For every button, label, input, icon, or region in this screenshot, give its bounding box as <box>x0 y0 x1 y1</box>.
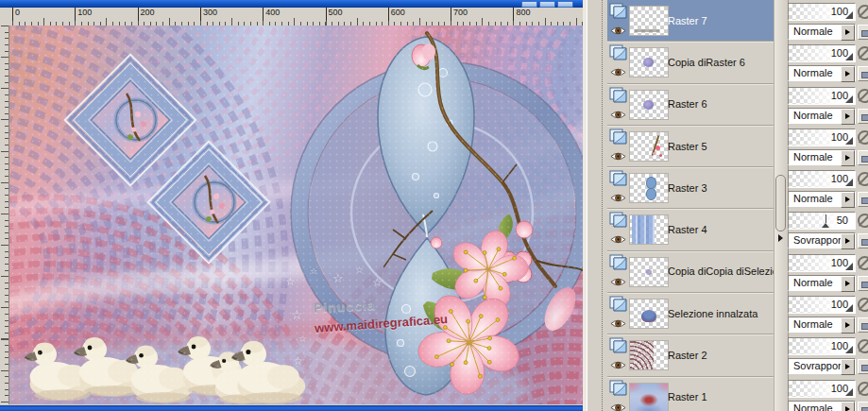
blend-mode-dropdown[interactable]: Normale <box>788 275 856 291</box>
layer-page-icon <box>609 3 627 19</box>
brush-opacity-icon[interactable] <box>858 46 868 60</box>
blend-mode-dropdown[interactable]: Sovrapponi <box>788 232 856 248</box>
blend-mode-value: Normale <box>793 402 833 411</box>
splitter-collapse-arrow-icon[interactable] <box>778 234 783 242</box>
blend-mode-dropdown[interactable]: Normale <box>788 149 856 165</box>
ruler-label: 400 <box>263 8 280 21</box>
opacity-slider-handle[interactable] <box>845 53 853 60</box>
ruler-label: 100 <box>75 8 92 21</box>
visibility-eye-icon[interactable] <box>610 400 626 410</box>
opacity-slider[interactable]: 100 <box>788 44 856 62</box>
layer-row[interactable]: Copia diCopia diSelezione innalzata <box>607 250 774 292</box>
blend-mode-dropdown[interactable]: Normale <box>788 108 856 124</box>
visibility-eye-icon[interactable] <box>610 107 626 117</box>
layer-controls: 100Normale <box>787 125 868 166</box>
layer-row[interactable]: Raster 2 <box>607 334 774 375</box>
window-maximize-button[interactable] <box>539 1 555 8</box>
visibility-eye-icon[interactable] <box>610 64 626 75</box>
opacity-slider[interactable]: 50 <box>788 212 856 230</box>
visibility-eye-icon[interactable] <box>610 148 626 159</box>
layer-controls: 100Normale <box>787 376 868 411</box>
layer-lock-icon[interactable] <box>858 402 868 411</box>
blend-mode-dropdown[interactable]: Normale <box>788 24 856 40</box>
layer-lock-icon[interactable] <box>858 150 868 165</box>
dropdown-arrow-icon[interactable] <box>841 276 855 292</box>
window-close-button[interactable] <box>557 1 573 8</box>
dropdown-arrow-icon[interactable] <box>841 359 855 375</box>
layer-lock-icon[interactable] <box>858 192 868 207</box>
opacity-slider[interactable]: 100 <box>788 337 856 355</box>
layer-lock-icon[interactable] <box>858 25 868 40</box>
blend-mode-dropdown[interactable]: Normale <box>788 191 856 207</box>
opacity-slider[interactable]: 100 <box>788 254 856 272</box>
brush-opacity-icon[interactable] <box>858 214 868 228</box>
layer-page-icon <box>609 337 627 353</box>
layer-controls-column: 100Normale100Normale100Normale100Normale… <box>787 0 868 411</box>
ruler-label: 300 <box>200 8 217 21</box>
layer-lock-icon[interactable] <box>858 109 868 124</box>
visibility-eye-icon[interactable] <box>610 316 626 326</box>
visibility-eye-icon[interactable] <box>610 231 626 242</box>
layer-controls: 100Normale <box>787 0 868 41</box>
opacity-slider-handle[interactable] <box>845 137 853 145</box>
dropdown-arrow-icon[interactable] <box>841 317 855 334</box>
brush-opacity-icon[interactable] <box>858 172 868 186</box>
artwork-canvas[interactable]: ☆ ☆ ☆ ☆ ☆ ☆ ☆ ☆ Pinuccia www.maidiregraf… <box>9 26 583 404</box>
opacity-slider[interactable]: 100 <box>788 296 856 314</box>
brush-opacity-icon[interactable] <box>858 5 868 19</box>
blend-mode-dropdown[interactable]: Normale <box>788 317 856 333</box>
brush-opacity-icon[interactable] <box>858 298 868 312</box>
layer-lock-icon[interactable] <box>858 359 868 374</box>
layer-row[interactable]: Raster 1 <box>607 376 774 411</box>
layer-row[interactable]: Raster 6 <box>607 83 774 125</box>
brush-opacity-icon[interactable] <box>858 130 868 145</box>
layer-row[interactable]: Copia diRaster 6 <box>607 41 774 82</box>
opacity-slider-handle[interactable] <box>845 388 853 396</box>
opacity-slider-handle[interactable] <box>845 11 853 19</box>
layer-rows: Raster 7Copia diRaster 6Raster 6Raster 5… <box>607 0 774 411</box>
opacity-slider[interactable]: 100 <box>788 87 856 105</box>
dropdown-arrow-icon[interactable] <box>841 25 855 41</box>
layer-lock-icon[interactable] <box>858 66 868 81</box>
visibility-eye-icon[interactable] <box>610 274 626 284</box>
layer-thumbnail <box>629 173 669 203</box>
dropdown-arrow-icon[interactable] <box>841 66 855 82</box>
opacity-slider[interactable]: 100 <box>788 128 856 146</box>
opacity-slider-handle[interactable] <box>845 346 853 353</box>
layer-lock-icon[interactable] <box>858 276 868 291</box>
visibility-eye-icon[interactable] <box>610 190 626 200</box>
watermark-star-icon: ☆ <box>310 266 317 276</box>
layer-row[interactable]: Raster 4 <box>607 208 774 249</box>
opacity-slider[interactable]: 100 <box>788 3 856 21</box>
dropdown-arrow-icon[interactable] <box>841 150 855 166</box>
brush-opacity-icon[interactable] <box>858 339 868 353</box>
opacity-slider-handle[interactable] <box>845 263 853 270</box>
blend-mode-dropdown[interactable]: Normale <box>788 401 856 411</box>
brush-opacity-icon[interactable] <box>858 382 868 396</box>
opacity-slider[interactable]: 100 <box>788 380 856 398</box>
layer-lock-icon[interactable] <box>858 233 868 248</box>
opacity-slider-handle[interactable] <box>845 304 853 312</box>
dropdown-arrow-icon[interactable] <box>841 192 855 208</box>
dropdown-arrow-icon[interactable] <box>841 233 855 249</box>
layer-row[interactable]: Raster 3 <box>607 166 774 208</box>
opacity-slider[interactable]: 100 <box>788 170 856 188</box>
ruler-label: 700 <box>451 8 468 21</box>
layer-row[interactable]: Raster 7 <box>607 0 774 41</box>
blend-mode-dropdown[interactable]: Normale <box>788 65 856 81</box>
layer-row[interactable]: Selezione innalzata <box>607 292 774 334</box>
dropdown-arrow-icon[interactable] <box>841 109 855 125</box>
opacity-slider-handle[interactable] <box>845 179 853 186</box>
visibility-eye-icon[interactable] <box>610 357 626 368</box>
opacity-slider-handle[interactable] <box>845 95 853 103</box>
blend-mode-dropdown[interactable]: Sovrapponi <box>788 358 856 374</box>
visibility-eye-icon[interactable] <box>610 23 626 33</box>
dropdown-arrow-icon[interactable] <box>841 402 855 411</box>
layer-row[interactable]: Raster 5 <box>607 125 774 166</box>
layer-lock-icon[interactable] <box>858 317 868 333</box>
opacity-slider-handle[interactable] <box>825 214 826 223</box>
splitter-grip[interactable] <box>775 175 786 231</box>
brush-opacity-icon[interactable] <box>858 89 868 103</box>
brush-opacity-icon[interactable] <box>858 256 868 270</box>
window-minimize-button[interactable] <box>521 1 537 8</box>
